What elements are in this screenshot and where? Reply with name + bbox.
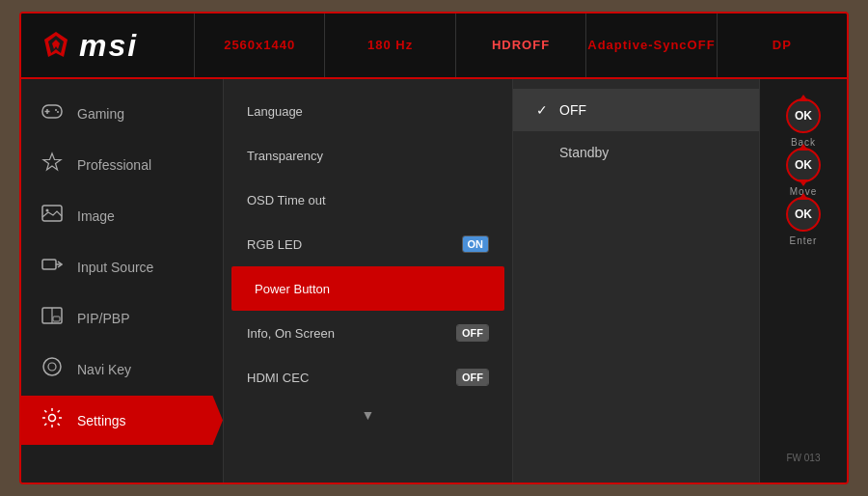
move-button[interactable]: OK Move [786, 148, 821, 197]
svg-point-6 [55, 109, 57, 111]
enter-btn-circle[interactable]: OK [786, 197, 821, 232]
dragon-icon [41, 30, 71, 61]
settings-icon [41, 407, 64, 433]
osd-timeout-label: OSD Time out [247, 193, 326, 207]
sidebar-item-pip-pbp[interactable]: PIP/PBP [21, 293, 223, 343]
adaptive-sync-display: Adaptive-Sync OFF [586, 14, 717, 77]
svg-point-16 [43, 358, 61, 375]
image-svg-icon [41, 203, 63, 224]
pip-icon [41, 305, 64, 331]
sidebar-item-professional[interactable]: Professional [21, 140, 223, 189]
back-btn-circle[interactable]: OK [786, 98, 821, 133]
navi-svg-icon [41, 356, 63, 377]
hdmi-cec-toggle[interactable]: OFF [456, 369, 489, 386]
checkmark-icon: ✓ [536, 102, 552, 118]
input-svg-icon [41, 254, 63, 275]
top-bar: msi 2560x1440 180 Hz HDR OFF Adaptive-Sy… [21, 14, 847, 79]
gaming-label: Gaming [77, 106, 124, 122]
submenu-option-off[interactable]: ✓ OFF [513, 89, 759, 131]
settings-menu: Language Transparency OSD Time out RGB L… [224, 79, 513, 482]
menu-item-language[interactable]: Language [224, 89, 512, 133]
input-icon [41, 254, 64, 280]
submenu-panel: ✓ OFF Standby [513, 79, 760, 482]
pip-pbp-label: PIP/PBP [77, 311, 129, 326]
refresh-rate-display: 180 Hz [325, 14, 455, 77]
rgb-led-label: RGB LED [247, 237, 302, 252]
toggle-off-label-hdmi: OFF [457, 370, 488, 385]
sidebar-item-navi-key[interactable]: Navi Key [21, 344, 223, 394]
monitor-frame: msi 2560x1440 180 Hz HDR OFF Adaptive-Sy… [19, 12, 849, 484]
image-icon [41, 203, 64, 229]
main-content: Gaming Professional Imag [21, 79, 847, 482]
back-ok-text: OK [795, 109, 812, 123]
toggle-on-label: ON [463, 236, 489, 252]
hdr-display: HDR OFF [456, 14, 586, 77]
gaming-icon [41, 100, 64, 126]
sidebar-item-input-source[interactable]: Input Source [21, 242, 223, 291]
move-ok-text: OK [795, 158, 812, 172]
svg-point-7 [57, 111, 59, 113]
back-button[interactable]: OK Back [786, 98, 821, 148]
svg-point-17 [48, 363, 56, 371]
star-icon [41, 152, 64, 178]
scroll-down-indicator[interactable]: ▼ [224, 400, 512, 430]
toggle-off-label-info: OFF [457, 325, 488, 341]
input-source-label: Input Source [77, 260, 153, 275]
professional-label: Professional [77, 157, 151, 173]
svg-rect-14 [53, 317, 60, 321]
enter-ok-text: OK [795, 207, 812, 221]
standby-option-label: Standby [559, 145, 609, 160]
off-option-label: OFF [559, 102, 586, 118]
settings-svg-icon [41, 407, 63, 428]
pip-svg-icon [41, 305, 63, 326]
top-info-bar: 2560x1440 180 Hz HDR OFF Adaptive-Sync O… [195, 14, 847, 77]
connection-display: DP [718, 14, 847, 77]
resolution-display: 2560x1440 [195, 14, 325, 77]
menu-item-info-onscreen[interactable]: Info, On Screen OFF [224, 311, 512, 355]
menu-item-transparency[interactable]: Transparency [224, 133, 512, 178]
language-label: Language [247, 104, 303, 119]
menu-item-power-button[interactable]: Power Button [231, 266, 504, 311]
move-btn-circle[interactable]: OK [786, 148, 821, 182]
control-panel: OK Back OK Move OK Enter FW 013 [760, 79, 847, 482]
firmware-label: FW 013 [786, 453, 820, 463]
menu-item-osd-timeout[interactable]: OSD Time out [224, 178, 512, 222]
transparency-label: Transparency [247, 149, 323, 163]
sidebar: Gaming Professional Imag [21, 79, 224, 482]
svg-point-10 [46, 209, 49, 212]
info-onscreen-toggle[interactable]: OFF [456, 324, 489, 342]
menu-item-hdmi-cec[interactable]: HDMI CEC OFF [224, 355, 512, 400]
image-label: Image [77, 208, 115, 224]
msi-logo: msi [41, 28, 138, 64]
sidebar-item-image[interactable]: Image [21, 191, 223, 240]
enter-label: Enter [790, 235, 818, 246]
sidebar-item-settings[interactable]: Settings [21, 396, 223, 445]
hdmi-cec-label: HDMI CEC [247, 371, 309, 385]
navi-key-label: Navi Key [77, 362, 131, 377]
gamepad-icon [41, 100, 63, 122]
submenu-option-standby[interactable]: Standby [513, 131, 759, 174]
svg-point-18 [49, 415, 56, 422]
svg-rect-11 [42, 260, 56, 269]
msi-wordmark: msi [79, 28, 138, 64]
settings-label: Settings [77, 413, 126, 428]
info-onscreen-label: Info, On Screen [247, 326, 335, 341]
rgb-led-toggle[interactable]: ON [462, 235, 490, 253]
logo-section: msi [21, 14, 195, 77]
power-button-label: Power Button [255, 282, 330, 296]
professional-icon [41, 152, 63, 173]
svg-marker-8 [43, 153, 61, 170]
sidebar-item-gaming[interactable]: Gaming [21, 89, 223, 138]
enter-button[interactable]: OK Enter [786, 197, 821, 246]
menu-item-rgb-led[interactable]: RGB LED ON [224, 222, 512, 266]
navi-icon [41, 356, 64, 382]
